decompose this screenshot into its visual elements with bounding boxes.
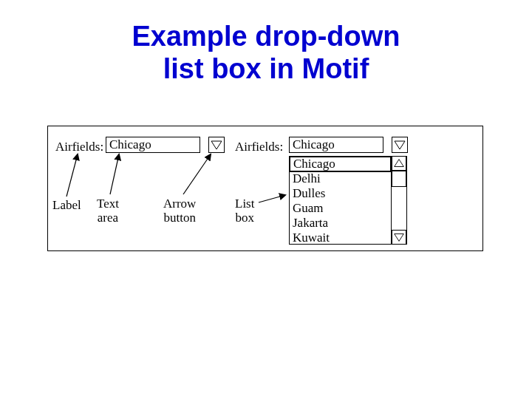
svg-line-3	[110, 154, 119, 194]
svg-line-2	[66, 154, 78, 197]
scroll-up-button[interactable]	[392, 156, 406, 171]
callout-label: Label	[52, 199, 81, 213]
callout-arrow-l2: button	[163, 211, 195, 225]
list-item[interactable]: Delhi	[290, 171, 392, 186]
callout-arrows-left	[48, 126, 240, 237]
callout-text-area-l2: area	[98, 211, 118, 225]
svg-marker-7	[395, 160, 404, 167]
list-box-items: Chicago Delhi Dulles Guam Jakarta Kuwait	[290, 157, 392, 244]
page-title: Example drop-down list box in Motif	[0, 21, 532, 85]
right-label: Airfields:	[235, 140, 283, 154]
list-item[interactable]: Chicago	[289, 156, 392, 172]
title-line-1: Example drop-down	[132, 21, 400, 52]
callout-arrow-button: Arrow button	[163, 197, 196, 225]
callout-arrow-l1: Arrow	[163, 197, 196, 211]
right-arrow-button[interactable]	[392, 137, 408, 153]
list-item[interactable]: Kuwait	[290, 231, 392, 245]
scrollbar[interactable]	[391, 156, 407, 245]
list-box[interactable]: Chicago Delhi Dulles Guam Jakarta Kuwait	[289, 156, 407, 245]
scroll-down-button[interactable]	[392, 230, 406, 245]
callout-text-area-l1: Text	[97, 197, 119, 211]
list-item[interactable]: Dulles	[290, 186, 392, 201]
chevron-down-icon	[392, 137, 407, 152]
callout-listbox-l2: box	[235, 211, 254, 225]
list-item[interactable]: Guam	[290, 201, 392, 216]
chevron-down-icon	[392, 231, 406, 244]
stage: Example drop-down list box in Motif Airf…	[0, 0, 532, 399]
scroll-thumb[interactable]	[392, 171, 406, 187]
title-line-2: list box in Motif	[163, 53, 369, 84]
diagram-panel: Airfields: Chicago Label Text area	[47, 126, 483, 251]
callout-listbox-l1: List	[235, 197, 254, 211]
svg-line-6	[259, 195, 285, 202]
svg-marker-5	[395, 141, 405, 149]
svg-marker-8	[395, 234, 404, 242]
svg-line-4	[183, 154, 211, 194]
right-text-area[interactable]: Chicago	[289, 137, 383, 153]
callout-text-area: Text area	[97, 197, 119, 225]
chevron-up-icon	[392, 157, 406, 170]
scroll-track[interactable]	[392, 171, 406, 230]
list-item[interactable]: Jakarta	[290, 216, 392, 231]
callout-list-box: List box	[235, 197, 254, 225]
